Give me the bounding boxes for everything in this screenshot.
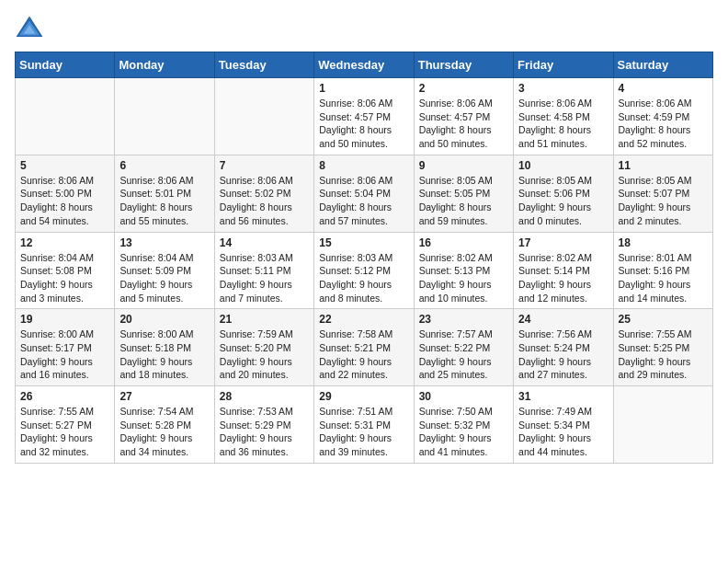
sunrise-text: Sunrise: 8:06 AM: [518, 98, 592, 109]
daylight-text: Daylight: 8 hours and 56 minutes.: [220, 201, 292, 226]
sunset-text: Sunset: 5:22 PM: [419, 342, 491, 353]
sunset-text: Sunset: 4:59 PM: [619, 111, 690, 122]
daylight-text: Daylight: 9 hours and 22 minutes.: [319, 356, 392, 381]
sunrise-text: Sunrise: 8:02 AM: [419, 252, 493, 263]
sunset-text: Sunset: 5:12 PM: [319, 265, 391, 276]
day-number: 16: [419, 236, 508, 249]
day-cell: 31 Sunrise: 7:49 AM Sunset: 5:34 PM Dayl…: [514, 386, 613, 464]
day-number: 6: [119, 159, 209, 172]
day-cell: 8 Sunrise: 8:06 AM Sunset: 5:04 PM Dayli…: [314, 155, 414, 232]
sunrise-text: Sunrise: 8:02 AM: [518, 252, 592, 263]
day-number: 13: [119, 236, 209, 249]
day-cell: 18 Sunrise: 8:01 AM Sunset: 5:16 PM Dayl…: [613, 232, 712, 309]
day-info: Sunrise: 7:57 AM Sunset: 5:22 PM Dayligh…: [419, 327, 508, 382]
day-cell: 24 Sunrise: 7:56 AM Sunset: 5:24 PM Dayl…: [514, 309, 613, 386]
sunrise-text: Sunrise: 8:00 AM: [20, 328, 94, 339]
day-number: 12: [20, 236, 109, 249]
sunrise-text: Sunrise: 7:49 AM: [518, 406, 592, 417]
sunset-text: Sunset: 5:09 PM: [119, 265, 191, 276]
daylight-text: Daylight: 9 hours and 3 minutes.: [20, 279, 93, 304]
sunset-text: Sunset: 5:02 PM: [220, 188, 291, 199]
day-cell: 20 Sunrise: 8:00 AM Sunset: 5:18 PM Dayl…: [115, 309, 214, 386]
day-cell: [613, 386, 712, 464]
sunset-text: Sunset: 4:57 PM: [419, 111, 491, 122]
header-cell-friday: Friday: [514, 52, 613, 78]
daylight-text: Daylight: 8 hours and 51 minutes.: [518, 124, 591, 149]
day-number: 2: [419, 82, 508, 95]
sunrise-text: Sunrise: 8:01 AM: [619, 252, 692, 263]
day-info: Sunrise: 7:50 AM Sunset: 5:32 PM Dayligh…: [419, 405, 508, 459]
day-info: Sunrise: 8:06 AM Sunset: 5:02 PM Dayligh…: [220, 174, 309, 228]
day-info: Sunrise: 7:55 AM Sunset: 5:27 PM Dayligh…: [20, 405, 109, 459]
day-info: Sunrise: 7:58 AM Sunset: 5:21 PM Dayligh…: [319, 327, 408, 382]
daylight-text: Daylight: 9 hours and 8 minutes.: [319, 279, 392, 304]
day-number: 9: [419, 159, 508, 172]
sunset-text: Sunset: 5:16 PM: [619, 265, 690, 276]
daylight-text: Daylight: 9 hours and 44 minutes.: [518, 432, 591, 457]
day-number: 29: [319, 390, 408, 403]
day-cell: 15 Sunrise: 8:03 AM Sunset: 5:12 PM Dayl…: [314, 232, 414, 309]
daylight-text: Daylight: 8 hours and 50 minutes.: [419, 124, 492, 149]
sunrise-text: Sunrise: 8:06 AM: [220, 175, 293, 186]
day-number: 18: [619, 236, 708, 249]
daylight-text: Daylight: 8 hours and 55 minutes.: [119, 201, 192, 226]
day-cell: 3 Sunrise: 8:06 AM Sunset: 4:58 PM Dayli…: [514, 78, 613, 155]
day-cell: 22 Sunrise: 7:58 AM Sunset: 5:21 PM Dayl…: [314, 309, 414, 386]
sunrise-text: Sunrise: 7:55 AM: [619, 328, 692, 339]
day-cell: 29 Sunrise: 7:51 AM Sunset: 5:31 PM Dayl…: [314, 386, 414, 464]
sunset-text: Sunset: 5:28 PM: [119, 419, 191, 431]
day-cell: 14 Sunrise: 8:03 AM Sunset: 5:11 PM Dayl…: [214, 232, 313, 309]
day-cell: 5 Sunrise: 8:06 AM Sunset: 5:00 PM Dayli…: [16, 155, 115, 232]
daylight-text: Daylight: 8 hours and 54 minutes.: [20, 201, 93, 226]
sunset-text: Sunset: 5:21 PM: [319, 342, 391, 353]
week-row-2: 12 Sunrise: 8:04 AM Sunset: 5:08 PM Dayl…: [16, 232, 713, 309]
sunset-text: Sunset: 5:34 PM: [518, 419, 590, 431]
sunrise-text: Sunrise: 7:58 AM: [319, 328, 392, 339]
daylight-text: Daylight: 9 hours and 34 minutes.: [119, 432, 192, 457]
day-cell: 4 Sunrise: 8:06 AM Sunset: 4:59 PM Dayli…: [613, 78, 712, 155]
sunrise-text: Sunrise: 8:06 AM: [119, 175, 193, 186]
sunrise-text: Sunrise: 8:04 AM: [20, 252, 94, 263]
sunset-text: Sunset: 5:24 PM: [518, 342, 590, 353]
sunrise-text: Sunrise: 8:06 AM: [319, 98, 392, 109]
daylight-text: Daylight: 9 hours and 25 minutes.: [419, 356, 492, 381]
day-cell: [214, 78, 313, 155]
sunset-text: Sunset: 5:20 PM: [220, 342, 291, 353]
day-number: 22: [319, 313, 408, 326]
day-info: Sunrise: 8:05 AM Sunset: 5:07 PM Dayligh…: [619, 174, 708, 228]
sunset-text: Sunset: 5:32 PM: [419, 419, 491, 431]
sunset-text: Sunset: 5:14 PM: [518, 265, 590, 276]
header-cell-saturday: Saturday: [613, 52, 712, 78]
daylight-text: Daylight: 9 hours and 36 minutes.: [220, 432, 292, 457]
sunset-text: Sunset: 4:57 PM: [319, 111, 391, 122]
day-number: 30: [419, 390, 508, 403]
sunrise-text: Sunrise: 7:55 AM: [20, 406, 94, 417]
sunset-text: Sunset: 5:00 PM: [20, 188, 92, 199]
header-cell-tuesday: Tuesday: [214, 52, 313, 78]
day-info: Sunrise: 8:01 AM Sunset: 5:16 PM Dayligh…: [619, 251, 708, 305]
day-info: Sunrise: 8:03 AM Sunset: 5:11 PM Dayligh…: [220, 251, 309, 305]
day-cell: 17 Sunrise: 8:02 AM Sunset: 5:14 PM Dayl…: [514, 232, 613, 309]
daylight-text: Daylight: 9 hours and 20 minutes.: [220, 356, 292, 381]
daylight-text: Daylight: 9 hours and 32 minutes.: [20, 432, 93, 457]
day-cell: [16, 78, 115, 155]
sunset-text: Sunset: 5:31 PM: [319, 419, 391, 431]
daylight-text: Daylight: 9 hours and 5 minutes.: [119, 279, 192, 304]
sunset-text: Sunset: 5:18 PM: [119, 342, 191, 353]
day-info: Sunrise: 7:49 AM Sunset: 5:34 PM Dayligh…: [518, 405, 608, 459]
day-cell: 13 Sunrise: 8:04 AM Sunset: 5:09 PM Dayl…: [115, 232, 214, 309]
sunrise-text: Sunrise: 7:56 AM: [518, 328, 592, 339]
day-cell: 9 Sunrise: 8:05 AM Sunset: 5:05 PM Dayli…: [414, 155, 513, 232]
header-cell-wednesday: Wednesday: [314, 52, 414, 78]
logo-icon: [15, 15, 44, 40]
day-number: 23: [419, 313, 508, 326]
day-info: Sunrise: 8:00 AM Sunset: 5:18 PM Dayligh…: [119, 327, 209, 382]
day-number: 19: [20, 313, 109, 326]
daylight-text: Daylight: 9 hours and 39 minutes.: [319, 432, 392, 457]
day-info: Sunrise: 7:59 AM Sunset: 5:20 PM Dayligh…: [220, 327, 309, 382]
logo: [15, 15, 48, 40]
daylight-text: Daylight: 9 hours and 27 minutes.: [518, 356, 591, 381]
sunset-text: Sunset: 5:04 PM: [319, 188, 391, 199]
day-number: 4: [619, 82, 708, 95]
day-cell: 16 Sunrise: 8:02 AM Sunset: 5:13 PM Dayl…: [414, 232, 513, 309]
